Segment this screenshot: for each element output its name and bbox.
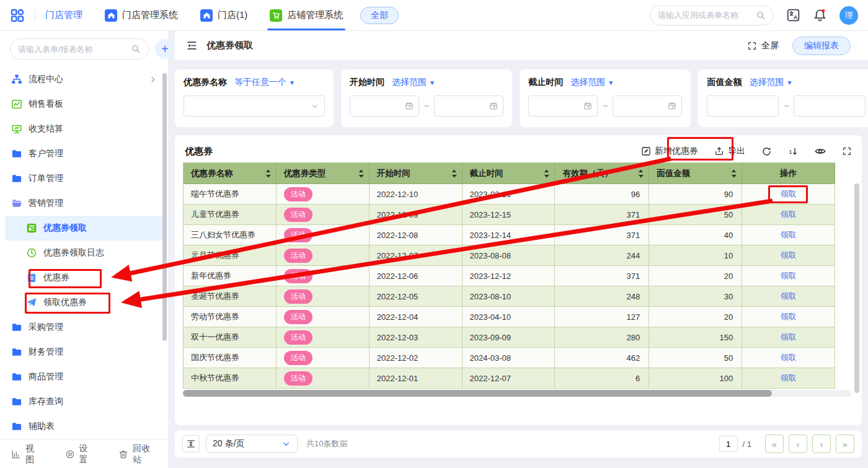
table-row[interactable]: 端午节优惠券活动2022-12-102023-03-169690领取 [184,184,835,205]
menu-fold-icon[interactable] [186,40,198,51]
table-row[interactable]: 三八妇女节优惠券活动2022-12-082023-12-1437140领取 [184,225,835,245]
number-input-start[interactable] [707,95,779,117]
column-header-7[interactable]: 操作 [742,163,835,184]
page-number-input[interactable] [719,436,738,452]
sidebar-footer-1[interactable]: 视图 [11,443,42,466]
search-icon[interactable] [131,44,141,54]
number-input-end[interactable] [794,95,866,117]
next-page-button[interactable]: › [812,435,831,453]
receive-link[interactable]: 领取 [781,270,797,281]
receive-link[interactable]: 领取 [781,332,797,343]
page-size-select[interactable]: 20 条/页 [206,435,298,453]
horizontal-scrollbar-thumb[interactable] [183,390,772,397]
table-row[interactable]: 圣诞节优惠券活动2022-12-052023-08-1024830领取 [184,286,835,307]
sort-arrows-icon[interactable] [265,169,271,178]
receive-link[interactable]: 领取 [781,209,797,220]
filter-operator-dropdown[interactable]: 等于任意一个▼ [234,77,295,88]
horizontal-scrollbar[interactable] [183,390,851,397]
sidebar-item-6[interactable]: 营销管理 [5,191,163,216]
sidebar-item-5[interactable]: 订单管理 [5,166,163,191]
translate-icon[interactable]: A [786,8,800,22]
eye-icon[interactable] [815,146,826,157]
table-row[interactable]: 劳动节优惠券活动2022-12-042023-04-1012720领取 [184,307,835,327]
date-input-end[interactable] [434,95,503,117]
fullscreen-button[interactable]: 全屏 [747,40,779,51]
sort-icon[interactable]: 1 [788,146,799,157]
receive-link[interactable]: 领取 [781,373,797,384]
sidebar-item-7[interactable]: 优惠券领取 [5,216,163,241]
date-input-start[interactable] [350,95,419,117]
row-height-icon[interactable] [182,435,200,453]
sort-arrows-icon[interactable] [358,169,364,178]
filter-input-field[interactable] [618,102,668,111]
edit-report-button[interactable]: 编辑报表 [792,37,851,55]
column-header-6[interactable]: 面值金额 [649,163,742,184]
sidebar-item-15[interactable]: 辅助表 [5,414,163,439]
receive-link[interactable]: 领取 [781,188,797,200]
sidebar-search-input[interactable] [18,45,127,54]
filter-input-field[interactable] [440,102,489,111]
date-input-end[interactable] [613,95,682,117]
date-input-start[interactable] [528,95,598,117]
last-page-button[interactable]: » [836,435,854,453]
add-form-button[interactable]: + [155,39,175,59]
refresh-icon[interactable] [761,146,772,157]
sidebar-item-2[interactable]: 销售看板 [5,92,163,117]
filter-input-field[interactable] [355,102,405,111]
sort-arrows-icon[interactable] [544,169,549,178]
table-row[interactable]: 国庆节优惠券活动2022-12-022024-03-0846250领取 [184,348,835,368]
sidebar-item-1[interactable]: 流程中心 [5,67,163,92]
filter-select[interactable] [184,95,325,117]
table-row[interactable]: 元旦节优惠券活动2022-12-072023-08-0824410领取 [184,245,835,266]
sidebar-item-11[interactable]: 采购管理 [5,315,163,340]
app-tab-3[interactable]: 门店(1) [200,0,247,30]
table-row[interactable]: 双十一优惠券活动2022-12-032023-09-09280150领取 [184,327,835,348]
sort-arrows-icon[interactable] [451,169,457,178]
table-row[interactable]: 儿童节优惠券活动2022-12-092023-12-1537150领取 [184,205,835,225]
column-header-5[interactable]: 有效期（天） [555,163,649,184]
receive-link[interactable]: 领取 [781,229,797,241]
table-row[interactable]: 新年优惠券活动2022-12-062023-12-1237120领取 [184,266,835,286]
sort-arrows-icon[interactable] [638,169,644,178]
filter-operator-dropdown[interactable]: 选择范围▼ [570,77,614,88]
sidebar-item-12[interactable]: 财务管理 [5,340,163,364]
vertical-scrollbar[interactable] [854,183,859,393]
column-header-3[interactable]: 开始时间 [370,163,463,184]
table-fullscreen-icon[interactable] [842,146,852,156]
column-header-2[interactable]: 优惠券类型 [277,163,370,184]
all-filter-pill[interactable]: 全部 [360,7,399,24]
app-tab-2[interactable]: 门店管理系统 [105,0,178,30]
table-row[interactable]: 中秋节优惠券活动2022-12-012022-12-076100领取 [184,368,835,389]
sort-arrows-icon[interactable] [731,169,737,178]
add-coupon-button[interactable]: 新增优惠券 [641,146,698,157]
sidebar-item-10[interactable]: 领取优惠券 [5,290,163,315]
column-header-1[interactable]: 优惠券名称 [184,163,277,184]
avatar[interactable]: 理 [839,6,858,25]
sidebar-footer-2[interactable]: 设置 [65,443,95,466]
sidebar-item-14[interactable]: 库存查询 [5,389,163,414]
column-header-4[interactable]: 截止时间 [463,163,556,184]
app-tab-4[interactable]: 店铺管理系统 [270,0,343,30]
sidebar-footer-3[interactable]: 回收站 [118,443,157,466]
sidebar-scrollbar[interactable] [162,73,167,341]
search-icon[interactable] [756,11,766,20]
filter-input-field[interactable] [799,102,860,111]
sidebar-item-8[interactable]: 优惠券领取日志 [5,241,163,265]
sidebar-item-4[interactable]: 客户管理 [5,141,163,166]
sidebar-item-3[interactable]: 收支结算 [5,117,163,141]
sidebar-item-13[interactable]: 商品管理 [5,364,163,389]
receive-link[interactable]: 领取 [781,311,797,322]
prev-page-button[interactable]: ‹ [789,435,807,453]
filter-operator-dropdown[interactable]: 选择范围▼ [749,77,792,88]
first-page-button[interactable]: « [765,435,784,453]
filter-input-field[interactable] [712,102,773,111]
sidebar-item-9[interactable]: 优惠券 [5,265,163,290]
bell-icon[interactable] [813,8,827,22]
filter-operator-dropdown[interactable]: 选择范围▼ [392,77,435,88]
export-button[interactable]: 导出 [714,146,745,157]
filter-input-field[interactable] [534,102,583,111]
receive-link[interactable]: 领取 [781,291,797,302]
receive-link[interactable]: 领取 [781,352,797,363]
apps-grid-icon[interactable] [10,0,25,30]
app-tab-1[interactable]: 门店管理 [45,0,82,30]
